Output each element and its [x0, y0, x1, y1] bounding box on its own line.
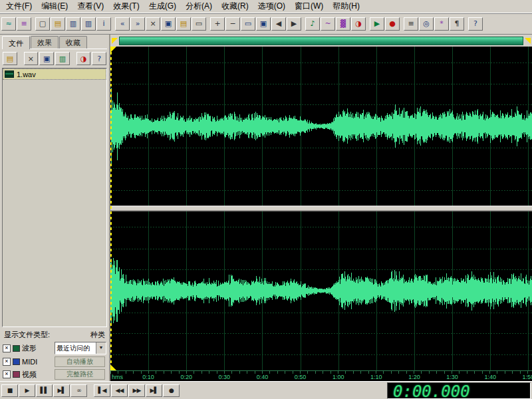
content-area: 文件 效果 收藏 ▤ × ▣ ▥ ◑ ? 1.wav [0, 35, 532, 381]
menu-item-favorites[interactable]: 收藏(R) [217, 0, 253, 13]
organizer-help-button[interactable]: ? [92, 52, 106, 65]
menu-item-options[interactable]: 选项(O) [253, 0, 290, 13]
phase-analysis-icon: ◑ [355, 20, 362, 27]
save-as-button[interactable]: ▥ [81, 17, 96, 31]
selection-marker-right-icon[interactable] [525, 38, 531, 44]
frequency-analysis-button[interactable]: ~ [321, 17, 335, 31]
file-list-item[interactable]: 1.wav [3, 69, 106, 79]
file-info-icon: i [102, 20, 104, 27]
save-file-button[interactable]: ▥ [66, 17, 80, 31]
convert-sample-type-button[interactable]: ♪ [305, 17, 320, 31]
zoom-out-button[interactable]: − [225, 17, 240, 31]
fast-forward-button[interactable]: ▶▶ [128, 384, 145, 397]
pause-icon: ▌▌ [41, 388, 49, 394]
zoom-left-icon: ◀ [276, 20, 281, 27]
rewind-button[interactable]: ◀◀ [111, 384, 128, 397]
open-file-button[interactable]: ▤ [51, 17, 65, 31]
midi-type-checkbox[interactable]: × [3, 358, 11, 366]
file-info-button[interactable]: i [96, 17, 111, 31]
go-to-end-button[interactable]: ▶▌ [146, 384, 162, 397]
record-button[interactable]: ● [385, 17, 400, 31]
selection-marker-left-icon[interactable] [112, 38, 118, 44]
tab-files[interactable]: 文件 [2, 36, 30, 49]
loop-play-button[interactable]: ∞ [70, 384, 87, 397]
waveform-view-button[interactable]: ≈ [1, 17, 16, 31]
ruler-label: 1:40 [484, 374, 496, 380]
organizer-close-file-button[interactable]: × [24, 52, 39, 65]
horizontal-view-bar[interactable] [119, 37, 523, 45]
ruler-label: 1:20 [408, 374, 420, 380]
app-window: 文件(F) 编辑(E) 查看(V) 效果(T) 生成(G) 分析(A) 收藏(R… [0, 0, 532, 399]
menu-bar: 文件(F) 编辑(E) 查看(V) 效果(T) 生成(G) 分析(A) 收藏(R… [0, 0, 532, 13]
pause-button[interactable]: ▌▌ [36, 384, 53, 397]
ruler-label: 1:30 [446, 374, 458, 380]
time-display[interactable]: 0:00.000 [387, 382, 531, 399]
menu-item-analyze[interactable]: 分析(A) [181, 0, 217, 13]
menu-item-help[interactable]: 帮助(H) [328, 0, 364, 13]
redo-button[interactable]: » [130, 17, 145, 31]
autoplay-button[interactable]: 自动播放 [55, 356, 105, 367]
fast-forward-icon: ▶▶ [133, 388, 141, 394]
zoom-full-icon: ▣ [260, 20, 267, 27]
zoom-in-button[interactable]: + [210, 17, 225, 31]
waveform-display[interactable] [110, 47, 532, 370]
undo-button[interactable]: « [115, 17, 130, 31]
fullpath-button[interactable]: 完整路径 [55, 369, 105, 380]
menu-item-effects[interactable]: 效果(T) [108, 0, 144, 13]
stop-button[interactable]: ■ [1, 384, 18, 397]
cd-player-button[interactable]: ◎ [419, 17, 434, 31]
settings-button[interactable]: * [434, 17, 449, 31]
zoom-full-button[interactable]: ▣ [256, 17, 271, 31]
cut-button[interactable]: × [146, 17, 160, 31]
play-icon: ▶ [374, 20, 380, 27]
tab-favorites[interactable]: 收藏 [59, 36, 87, 49]
play-button[interactable]: ▶ [370, 17, 384, 31]
toolbar-group-file: ▢ ▤ ▥ ▥ i [35, 17, 111, 31]
spectral-view-button[interactable]: ▓ [336, 17, 350, 31]
go-to-begin-button[interactable]: ▌◀ [94, 384, 110, 397]
menu-item-generate[interactable]: 生成(G) [144, 0, 181, 13]
tab-effects[interactable]: 效果 [31, 36, 59, 49]
multitrack-view-button[interactable]: ≡ [17, 17, 31, 31]
organizer-media-properties-button[interactable]: ◑ [76, 52, 91, 65]
toolbar-group-tools: ≡ ◎ * ¶ [404, 17, 464, 31]
trim-button[interactable]: ▭ [192, 17, 206, 31]
zoom-selection-icon: ▭ [245, 20, 251, 27]
menu-item-edit[interactable]: 编辑(E) [37, 0, 72, 13]
transport-record-button[interactable]: ● [163, 384, 180, 397]
organizer-open-file-button[interactable]: ▤ [3, 52, 17, 65]
ruler-label: 0:20 [180, 374, 192, 380]
wave-type-checkbox[interactable]: × [3, 344, 11, 352]
menu-item-file[interactable]: 文件(F) [1, 0, 37, 13]
go-to-begin-icon: ▌◀ [98, 388, 106, 394]
transport-play-button[interactable]: ▶ [19, 384, 35, 397]
help-button[interactable]: ? [468, 17, 483, 31]
sort-select[interactable]: 最近访问的 ▼ [55, 342, 106, 354]
ruler-label: 0:10 [142, 374, 154, 380]
zoom-right-button[interactable]: ▶ [287, 17, 301, 31]
file-list[interactable]: 1.wav [2, 68, 107, 327]
organizer-panel: 文件 效果 收藏 ▤ × ▣ ▥ ◑ ? 1.wav [0, 35, 110, 381]
midi-type-label: MIDI [22, 358, 37, 366]
scripts-button[interactable]: ¶ [450, 17, 464, 31]
mixer-button[interactable]: ≡ [404, 17, 418, 31]
zoom-selection-button[interactable]: ▭ [241, 17, 255, 31]
organizer-tabs: 文件 效果 收藏 [2, 36, 107, 49]
timeline-ruler[interactable]: hms 0:100:200:300:400:501:001:101:201:30… [110, 370, 532, 381]
video-type-checkbox[interactable]: × [3, 370, 11, 378]
phase-analysis-button[interactable]: ◑ [351, 17, 366, 31]
open-file-icon: ▤ [55, 20, 61, 27]
organizer-insert-multitrack-button[interactable]: ▥ [55, 52, 70, 65]
organizer-edit-file-button[interactable]: ▣ [39, 52, 54, 65]
menu-item-view[interactable]: 查看(V) [72, 0, 108, 13]
play-to-end-button[interactable]: ▶▌ [53, 384, 70, 397]
menu-item-window[interactable]: 窗口(W) [290, 0, 328, 13]
zoom-left-button[interactable]: ◀ [271, 17, 286, 31]
paste-button[interactable]: ▤ [176, 17, 191, 31]
copy-button[interactable]: ▣ [161, 17, 176, 31]
sort-select-arrow-icon[interactable]: ▼ [96, 342, 106, 354]
new-file-button[interactable]: ▢ [35, 17, 50, 31]
waveform-canvas[interactable] [110, 47, 532, 370]
save-file-icon: ▥ [70, 20, 76, 27]
organizer-toolbar: ▤ × ▣ ▥ ◑ ? [2, 49, 107, 67]
